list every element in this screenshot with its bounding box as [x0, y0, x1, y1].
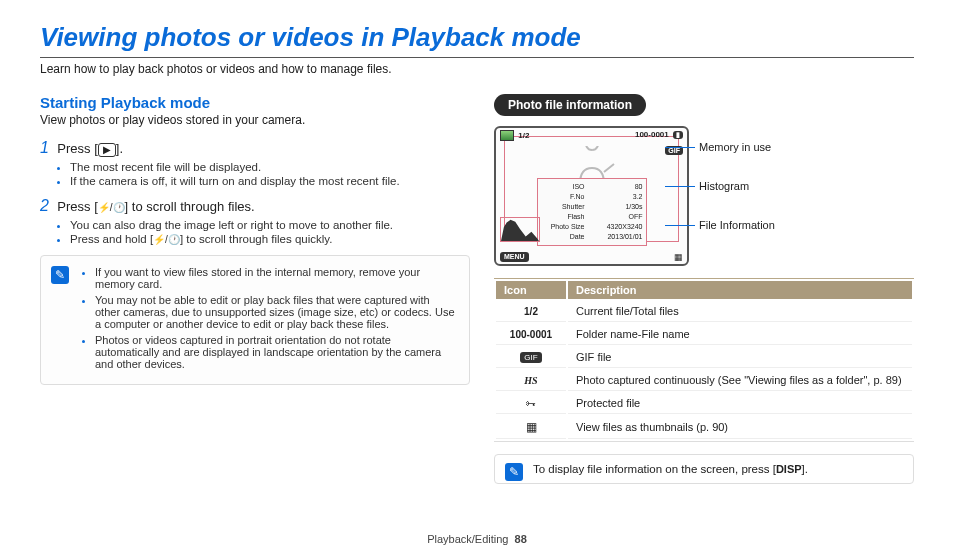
table-header-desc: Description	[568, 281, 912, 299]
thumbnail-icon	[500, 130, 514, 141]
table-row: ▦ View files as thumbnails (p. 90)	[496, 416, 912, 439]
table-row: GIF GIF file	[496, 347, 912, 368]
flash-timer-icon: ⚡/🕐	[153, 234, 180, 245]
note-icon: ✎	[51, 266, 69, 284]
thumbnail-grid-icon: ▦	[674, 252, 683, 262]
label-histogram: Histogram	[699, 180, 775, 192]
flash-timer-icon: ⚡/🕐	[98, 202, 125, 213]
gif-icon: GIF	[520, 352, 541, 363]
page-title: Viewing photos or videos in Playback mod…	[40, 22, 914, 53]
step1-text-a: Press [	[57, 141, 97, 156]
step1-text-b: ].	[116, 141, 123, 156]
step-2: 2 Press [⚡/🕐] to scroll through files. Y…	[40, 197, 470, 245]
section-sub: View photos or play videos stored in you…	[40, 113, 470, 127]
table-row: 🗝 Protected file	[496, 393, 912, 414]
protected-icon: 🗝	[526, 398, 536, 409]
note-item: Photos or videos captured in portrait or…	[95, 334, 457, 370]
section-pill: Photo file information	[494, 94, 646, 116]
step1-bullet: The most recent file will be displayed.	[70, 161, 470, 173]
page-footer: Playback/Editing 88	[0, 533, 954, 545]
svg-marker-0	[501, 220, 539, 241]
step2-text-a: Press [	[57, 199, 97, 214]
table-row: 1/2 Current file/Total files	[496, 301, 912, 322]
note-item: You may not be able to edit or play back…	[95, 294, 457, 330]
note-icon: ✎	[505, 463, 523, 481]
table-row: 100-0001 Folder name-File name	[496, 324, 912, 345]
label-fileinfo: File Information	[699, 219, 775, 231]
step-number: 1	[40, 139, 54, 157]
step-1: 1 Press [▶]. The most recent file will b…	[40, 139, 470, 187]
step1-bullet: If the camera is off, it will turn on an…	[70, 175, 470, 187]
disp-button-label: DISP	[776, 463, 802, 475]
left-column: Starting Playback mode View photos or pl…	[40, 94, 470, 484]
note-box: ✎ If you want to view files stored in th…	[40, 255, 470, 385]
thumbnail-icon: ▦	[526, 420, 537, 434]
table-row: HS Photo captured continuously (See "Vie…	[496, 370, 912, 391]
note-item: If you want to view files stored in the …	[95, 266, 457, 290]
page-intro: Learn how to play back photos or videos …	[40, 62, 914, 76]
camera-screen: 1/2 100-0001 ▮ GIF ISO80 F.No3.2 Shutter…	[494, 126, 689, 266]
label-memory: Memory in use	[699, 141, 775, 153]
icon-description-table: Icon Description 1/2 Current file/Total …	[494, 278, 914, 442]
playback-icon: ▶	[98, 143, 116, 157]
diagram-labels: Memory in use Histogram File Information	[699, 126, 775, 266]
memory-icon: ▮	[673, 131, 683, 139]
step2-bullet: Press and hold [⚡/🕐] to scroll through f…	[70, 233, 470, 245]
tip-box: ✎ To display file information on the scr…	[494, 454, 914, 484]
menu-button-label: MENU	[500, 252, 529, 262]
step2-bullet: You can also drag the image left or righ…	[70, 219, 470, 231]
file-info-panel: ISO80 F.No3.2 Shutter1/30s FlashOFF Phot…	[537, 178, 647, 246]
step2-text-b: ] to scroll through files.	[125, 199, 255, 214]
table-header-icon: Icon	[496, 281, 566, 299]
screen-diagram: 1/2 100-0001 ▮ GIF ISO80 F.No3.2 Shutter…	[494, 126, 914, 266]
step-number: 2	[40, 197, 54, 215]
title-rule	[40, 57, 914, 58]
right-column: Photo file information 1/2 100-0001 ▮ GI…	[494, 94, 914, 484]
continuous-icon: HS	[524, 375, 537, 386]
histogram-icon	[500, 217, 540, 242]
section-heading: Starting Playback mode	[40, 94, 470, 111]
